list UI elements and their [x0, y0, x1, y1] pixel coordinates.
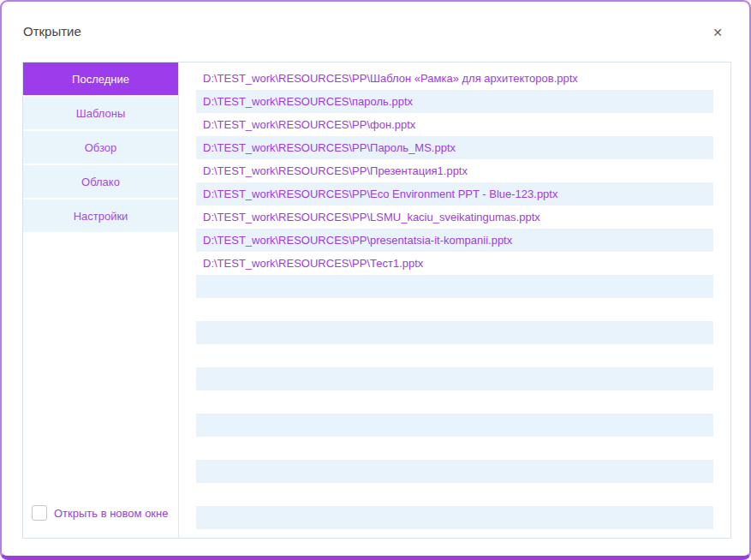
open-new-window-label: Открыть в новом окне — [54, 507, 168, 520]
recent-file-row[interactable]: D:\TEST_work\RESOURCES\PP\presentatsia-i… — [196, 229, 713, 252]
open-new-window-option: Открыть в новом окне — [32, 505, 168, 521]
close-icon[interactable]: ✕ — [708, 23, 727, 42]
recent-file-row[interactable]: D:\TEST_work\RESOURCES\пароль.pptx — [196, 90, 713, 113]
recent-file-row[interactable]: D:\TEST_work\RESOURCES\PP\Презентация1.p… — [196, 159, 713, 182]
open-new-window-checkbox[interactable] — [32, 505, 47, 521]
empty-row — [196, 344, 713, 367]
dialog-title: Открытие — [23, 24, 81, 39]
recent-file-row[interactable]: D:\TEST_work\RESOURCES\PP\фон.pptx — [196, 113, 713, 136]
empty-row — [196, 506, 713, 529]
recent-file-row[interactable]: D:\TEST_work\RESOURCES\PP\Тест1.pptx — [196, 252, 713, 275]
tab-recent[interactable]: Последние — [23, 63, 178, 97]
empty-row — [196, 460, 713, 483]
empty-row — [196, 437, 713, 460]
empty-row — [196, 390, 713, 414]
recent-file-row[interactable]: D:\TEST_work\RESOURCES\PP\Пароль_MS.pptx — [196, 136, 713, 159]
tab-browse[interactable]: Обзор — [23, 131, 178, 165]
empty-row — [196, 483, 713, 506]
recent-file-row[interactable]: D:\TEST_work\RESOURCES\PP\LSMU_kaciu_sve… — [196, 206, 713, 229]
empty-row — [196, 367, 713, 390]
empty-row — [196, 414, 713, 437]
dialog-panel: Последние Шаблоны Обзор Облако Настройки… — [22, 62, 731, 539]
empty-row — [196, 321, 713, 344]
tab-settings[interactable]: Настройки — [23, 200, 178, 234]
tab-templates[interactable]: Шаблоны — [23, 97, 178, 131]
empty-row — [196, 275, 713, 298]
recent-file-list: D:\TEST_work\RESOURCES\PP\Шаблон «Рамка»… — [179, 63, 730, 538]
recent-file-row[interactable]: D:\TEST_work\RESOURCES\PP\Шаблон «Рамка»… — [196, 67, 713, 90]
tab-cloud[interactable]: Облако — [23, 165, 178, 200]
sidebar: Последние Шаблоны Обзор Облако Настройки… — [23, 63, 179, 538]
empty-row — [196, 298, 713, 321]
open-dialog: Открытие ✕ Последние Шаблоны Обзор Облак… — [0, 0, 751, 560]
recent-file-row[interactable]: D:\TEST_work\RESOURCES\PP\Eco Environmen… — [196, 182, 713, 206]
